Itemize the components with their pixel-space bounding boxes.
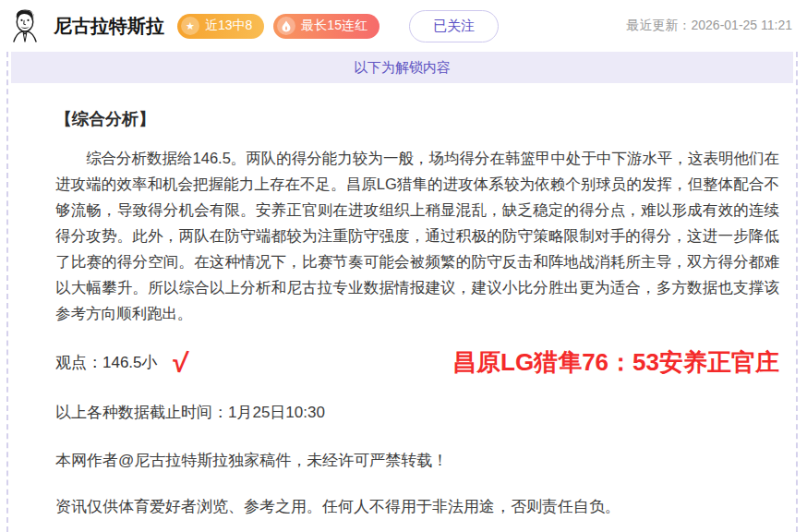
viewpoint-row: 观点：146.5小 √ 昌原LG猎隼76：53安养正官庄 bbox=[55, 346, 779, 379]
check-mark-icon: √ bbox=[171, 348, 189, 378]
unlock-banner: 以下为解锁内容 bbox=[11, 52, 793, 83]
data-deadline: 以上各种数据截止时间：1月25日10:30 bbox=[55, 402, 779, 423]
author-header: 尼古拉特斯拉 ★ 近13中8 最长15连红 已关注 最近更新：2026-01-2… bbox=[0, 0, 807, 52]
last-updated: 最近更新：2026-01-25 11:21 bbox=[627, 18, 793, 34]
streak-label: 最长15连红 bbox=[301, 18, 367, 34]
recent-record-label: 近13中8 bbox=[205, 18, 252, 34]
section-title: 【综合分析】 bbox=[55, 108, 779, 130]
final-score: 昌原LG猎隼76：53安养正官庄 bbox=[452, 346, 779, 379]
analysis-article: 【综合分析】 综合分析数据给146.5。两队的得分能力较为一般，场均得分在韩篮甲… bbox=[8, 108, 796, 517]
disclaimer-notice: 资讯仅供体育爱好者浏览、参考之用。任何人不得用于非法用途，否则责任自负。 bbox=[55, 496, 779, 517]
star-icon: ★ bbox=[181, 17, 199, 35]
unlocked-content-box: 以下为解锁内容 【综合分析】 综合分析数据给146.5。两队的得分能力较为一般，… bbox=[6, 52, 798, 532]
viewpoint-text: 观点：146.5小 bbox=[55, 352, 158, 373]
author-name: 尼古拉特斯拉 bbox=[54, 14, 164, 39]
copyright-notice: 本网作者@尼古拉特斯拉独家稿件，未经许可严禁转载！ bbox=[55, 450, 779, 471]
analysis-paragraph: 综合分析数据给146.5。两队的得分能力较为一般，场均得分在韩篮甲中处于中下游水… bbox=[55, 145, 779, 326]
flame-icon bbox=[277, 17, 295, 35]
recent-record-badge: ★ 近13中8 bbox=[177, 14, 264, 39]
streak-badge: 最长15连红 bbox=[273, 14, 379, 39]
author-avatar bbox=[6, 6, 44, 45]
follow-button[interactable]: 已关注 bbox=[409, 10, 499, 42]
